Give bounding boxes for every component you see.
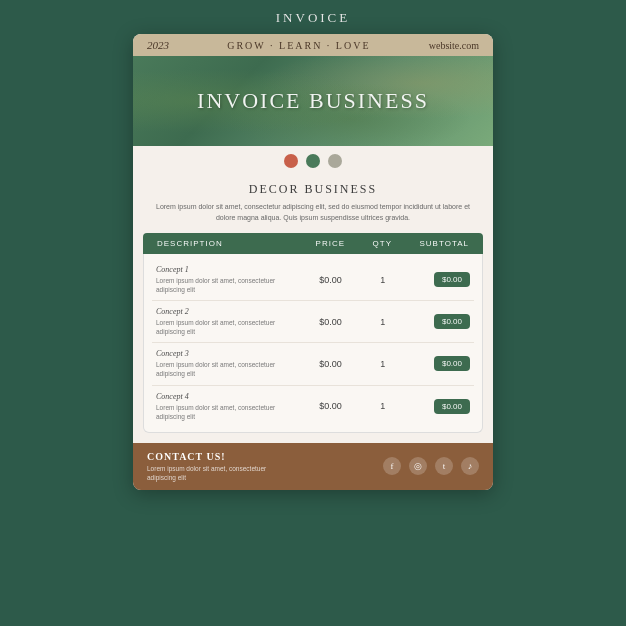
item-concept: Concept 4 <box>156 392 296 401</box>
business-section: DECOR BUSINESS Lorem ipsum dolor sit ame… <box>133 176 493 233</box>
header-website: website.com <box>429 40 479 51</box>
items-container: Concept 1 Lorem ipsum dolor sit amet, co… <box>143 254 483 433</box>
item-info: Concept 3 Lorem ipsum dolor sit amet, co… <box>156 349 296 378</box>
table-row: Concept 4 Lorem ipsum dolor sit amet, co… <box>152 386 474 427</box>
footer-contact-desc: Lorem ipsum dolor sit amet, consectetuer… <box>147 464 277 482</box>
instagram-icon[interactable]: ◎ <box>409 457 427 475</box>
col-qty: QTY <box>365 239 400 248</box>
item-price: $0.00 <box>296 275 366 285</box>
item-subtotal: $0.00 <box>400 399 470 414</box>
subtotal-badge: $0.00 <box>434 399 470 414</box>
hero-title: INVOICE BUSINESS <box>197 88 429 114</box>
invoice-card: 2023 GROW · LEARN · LOVE website.com INV… <box>133 34 493 490</box>
col-subtotal: SUBTOTAL <box>400 239 469 248</box>
item-info: Concept 4 Lorem ipsum dolor sit amet, co… <box>156 392 296 421</box>
social-icons: f ◎ t ♪ <box>383 457 479 475</box>
hero-section: INVOICE BUSINESS <box>133 56 493 146</box>
table-header: DESCRIPTION PRICE QTY SUBTOTAL <box>143 233 483 254</box>
dot-gray <box>328 154 342 168</box>
item-price: $0.00 <box>296 401 366 411</box>
item-info: Concept 1 Lorem ipsum dolor sit amet, co… <box>156 265 296 294</box>
item-concept: Concept 2 <box>156 307 296 316</box>
col-description: DESCRIPTION <box>157 239 296 248</box>
facebook-icon[interactable]: f <box>383 457 401 475</box>
table-row: Concept 2 Lorem ipsum dolor sit amet, co… <box>152 301 474 343</box>
footer: CONTACT US! Lorem ipsum dolor sit amet, … <box>133 443 493 490</box>
footer-contact: CONTACT US! Lorem ipsum dolor sit amet, … <box>147 451 277 482</box>
subtotal-badge: $0.00 <box>434 356 470 371</box>
item-qty: 1 <box>365 317 400 327</box>
item-info: Concept 2 Lorem ipsum dolor sit amet, co… <box>156 307 296 336</box>
header-tagline: GROW · LEARN · LOVE <box>227 40 370 51</box>
item-subtotal: $0.00 <box>400 272 470 287</box>
business-description: Lorem ipsum dolor sit amet, consectetur … <box>153 202 473 223</box>
item-concept: Concept 1 <box>156 265 296 274</box>
item-subtotal: $0.00 <box>400 356 470 371</box>
item-qty: 1 <box>365 359 400 369</box>
item-subtotal: $0.00 <box>400 314 470 329</box>
dot-green <box>306 154 320 168</box>
table-row: Concept 3 Lorem ipsum dolor sit amet, co… <box>152 343 474 385</box>
subtotal-badge: $0.00 <box>434 314 470 329</box>
subtotal-badge: $0.00 <box>434 272 470 287</box>
header-bar: 2023 GROW · LEARN · LOVE website.com <box>133 34 493 56</box>
item-concept: Concept 3 <box>156 349 296 358</box>
item-price: $0.00 <box>296 359 366 369</box>
item-desc: Lorem ipsum dolor sit amet, consectetuer… <box>156 318 296 336</box>
color-dots <box>133 146 493 176</box>
item-qty: 1 <box>365 275 400 285</box>
footer-contact-label: CONTACT US! <box>147 451 277 462</box>
item-desc: Lorem ipsum dolor sit amet, consectetuer… <box>156 276 296 294</box>
business-name: DECOR BUSINESS <box>153 182 473 197</box>
item-price: $0.00 <box>296 317 366 327</box>
item-qty: 1 <box>365 401 400 411</box>
tiktok-icon[interactable]: ♪ <box>461 457 479 475</box>
header-year: 2023 <box>147 39 169 51</box>
col-price: PRICE <box>296 239 365 248</box>
dot-coral <box>284 154 298 168</box>
twitter-icon[interactable]: t <box>435 457 453 475</box>
table-row: Concept 1 Lorem ipsum dolor sit amet, co… <box>152 259 474 301</box>
page-title: INVOICE <box>276 10 350 26</box>
item-desc: Lorem ipsum dolor sit amet, consectetuer… <box>156 403 296 421</box>
item-desc: Lorem ipsum dolor sit amet, consectetuer… <box>156 360 296 378</box>
